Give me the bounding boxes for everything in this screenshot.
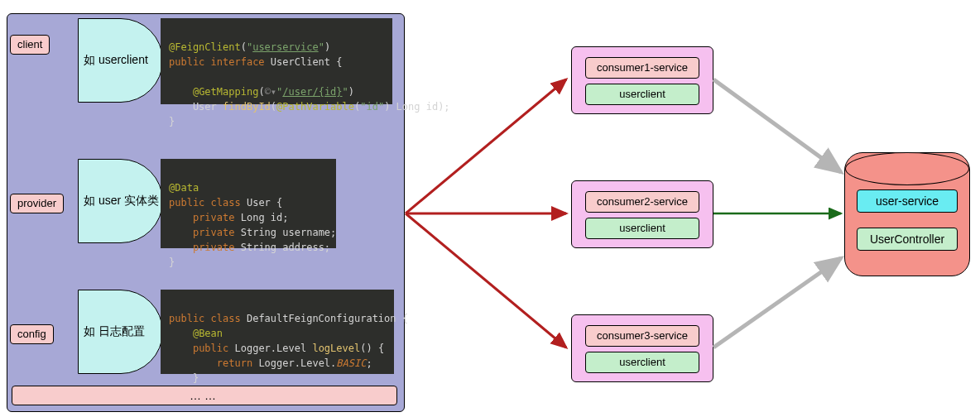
consumer-2: consumer2-service userclient: [571, 180, 713, 248]
consumer-2-service: consumer2-service: [585, 191, 699, 213]
tag-config: config: [10, 324, 54, 344]
consumer-3-service: consumer3-service: [585, 325, 699, 347]
consumer-3-dep: userclient: [585, 352, 699, 373]
diagram-canvas: client provider config 如 userclient 如 us…: [0, 0, 980, 417]
consumer-1-dep: userclient: [585, 84, 699, 105]
consumer-1: consumer1-service userclient: [571, 46, 713, 114]
svg-line-0: [406, 79, 566, 213]
code-entity: @Data public class User { private Long i…: [161, 159, 336, 248]
db-lid: [845, 152, 969, 185]
db-ctrl: UserController: [857, 228, 958, 251]
dshape-client: 如 userclient: [78, 18, 163, 103]
code-config: public class DefaultFeignConfiguration {…: [161, 290, 394, 374]
tag-client: client: [10, 35, 50, 55]
consumer-3: consumer3-service userclient: [571, 314, 713, 382]
consumer-2-dep: userclient: [585, 218, 699, 239]
svg-line-4: [713, 258, 841, 348]
db-title: user-service: [857, 189, 958, 213]
svg-line-3: [713, 79, 841, 172]
ellipsis-bar: ……: [12, 386, 397, 405]
tag-provider: provider: [10, 194, 64, 213]
dshape-config: 如 日志配置: [78, 290, 163, 374]
dshape-provider: 如 user 实体类: [78, 159, 163, 243]
code-feign: @FeignClient("userservice") public inter…: [161, 18, 392, 104]
consumer-1-service: consumer1-service: [585, 57, 699, 79]
user-service-db: user-service UserController: [844, 152, 970, 276]
svg-line-2: [406, 213, 566, 348]
